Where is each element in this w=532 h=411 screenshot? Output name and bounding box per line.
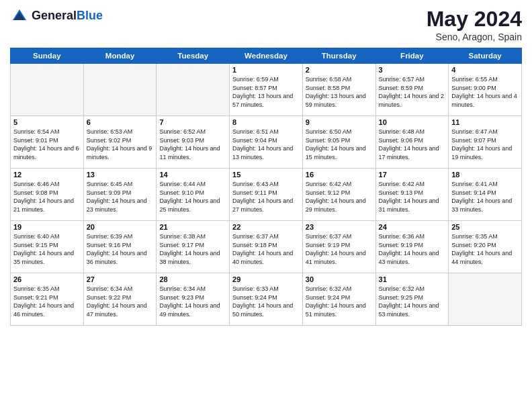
logo: General Blue: [10, 7, 103, 26]
day-info: Sunrise: 6:59 AM Sunset: 8:57 PM Dayligh…: [232, 75, 300, 109]
day-info: Sunrise: 6:35 AM Sunset: 9:21 PM Dayligh…: [13, 285, 81, 318]
day-number: 12: [13, 171, 81, 179]
week-row-4: 26 Sunrise: 6:35 AM Sunset: 9:21 PM Dayl…: [11, 273, 522, 326]
day-cell: 5 Sunrise: 6:54 AM Sunset: 9:01 PM Dayli…: [11, 116, 84, 169]
day-cell: 7 Sunrise: 6:52 AM Sunset: 9:03 PM Dayli…: [157, 116, 230, 169]
day-cell: 13 Sunrise: 6:45 AM Sunset: 9:09 PM Dayl…: [83, 169, 157, 221]
day-info: Sunrise: 6:43 AM Sunset: 9:11 PM Dayligh…: [232, 180, 300, 214]
day-info: Sunrise: 6:37 AM Sunset: 9:18 PM Dayligh…: [232, 232, 300, 266]
day-cell: 8 Sunrise: 6:51 AM Sunset: 9:04 PM Dayli…: [230, 116, 303, 169]
day-cell: 4 Sunrise: 6:55 AM Sunset: 9:00 PM Dayli…: [449, 64, 522, 116]
day-number: 16: [306, 171, 373, 179]
day-cell: 3 Sunrise: 6:57 AM Sunset: 8:59 PM Dayli…: [375, 64, 449, 116]
day-number: 17: [379, 171, 446, 179]
logo-general-text: General: [32, 9, 77, 23]
day-info: Sunrise: 6:32 AM Sunset: 9:25 PM Dayligh…: [379, 285, 446, 318]
day-cell: 28 Sunrise: 6:34 AM Sunset: 9:23 PM Dayl…: [157, 273, 230, 326]
month-year: May 2024: [427, 7, 522, 32]
day-cell: 22 Sunrise: 6:37 AM Sunset: 9:18 PM Dayl…: [230, 221, 303, 273]
day-number: 29: [232, 275, 300, 283]
day-cell: [157, 64, 230, 116]
day-cell: 11 Sunrise: 6:47 AM Sunset: 9:07 PM Dayl…: [449, 116, 522, 169]
day-cell: 31 Sunrise: 6:32 AM Sunset: 9:25 PM Dayl…: [375, 273, 449, 326]
col-tuesday: Tuesday: [157, 48, 230, 64]
day-cell: 20 Sunrise: 6:39 AM Sunset: 9:16 PM Dayl…: [83, 221, 157, 273]
col-saturday: Saturday: [449, 48, 522, 64]
day-cell: 27 Sunrise: 6:34 AM Sunset: 9:22 PM Dayl…: [83, 273, 157, 326]
day-number: 2: [306, 66, 373, 74]
day-number: 10: [379, 118, 446, 126]
day-info: Sunrise: 6:51 AM Sunset: 9:04 PM Dayligh…: [232, 128, 300, 161]
day-number: 20: [87, 223, 154, 231]
day-number: 1: [232, 66, 300, 74]
day-cell: 25 Sunrise: 6:35 AM Sunset: 9:20 PM Dayl…: [449, 221, 522, 273]
day-info: Sunrise: 6:55 AM Sunset: 9:00 PM Dayligh…: [451, 75, 519, 109]
day-number: 7: [159, 118, 226, 126]
day-cell: 10 Sunrise: 6:48 AM Sunset: 9:06 PM Dayl…: [375, 116, 449, 169]
day-cell: 17 Sunrise: 6:42 AM Sunset: 9:13 PM Dayl…: [375, 169, 449, 221]
col-monday: Monday: [83, 48, 157, 64]
day-info: Sunrise: 6:45 AM Sunset: 9:09 PM Dayligh…: [87, 180, 154, 214]
col-wednesday: Wednesday: [230, 48, 303, 64]
day-info: Sunrise: 6:53 AM Sunset: 9:02 PM Dayligh…: [87, 128, 154, 161]
day-cell: 2 Sunrise: 6:58 AM Sunset: 8:58 PM Dayli…: [302, 64, 375, 116]
day-info: Sunrise: 6:34 AM Sunset: 9:22 PM Dayligh…: [87, 285, 154, 318]
location: Seno, Aragon, Spain: [427, 32, 522, 42]
day-cell: 16 Sunrise: 6:42 AM Sunset: 9:12 PM Dayl…: [302, 169, 375, 221]
day-cell: 6 Sunrise: 6:53 AM Sunset: 9:02 PM Dayli…: [83, 116, 157, 169]
day-cell: 9 Sunrise: 6:50 AM Sunset: 9:05 PM Dayli…: [302, 116, 375, 169]
day-cell: 14 Sunrise: 6:44 AM Sunset: 9:10 PM Dayl…: [157, 169, 230, 221]
header: General Blue May 2024 Seno, Aragon, Spai…: [10, 7, 522, 42]
day-info: Sunrise: 6:35 AM Sunset: 9:20 PM Dayligh…: [451, 232, 519, 266]
day-number: 24: [379, 223, 446, 231]
day-info: Sunrise: 6:34 AM Sunset: 9:23 PM Dayligh…: [159, 285, 226, 318]
day-info: Sunrise: 6:36 AM Sunset: 9:19 PM Dayligh…: [379, 232, 446, 266]
day-number: 22: [232, 223, 300, 231]
day-cell: 23 Sunrise: 6:37 AM Sunset: 9:19 PM Dayl…: [302, 221, 375, 273]
day-cell: [449, 273, 522, 326]
day-number: 23: [306, 223, 373, 231]
day-number: 30: [306, 275, 373, 283]
day-cell: 12 Sunrise: 6:46 AM Sunset: 9:08 PM Dayl…: [11, 169, 84, 221]
day-info: Sunrise: 6:47 AM Sunset: 9:07 PM Dayligh…: [451, 128, 519, 161]
day-cell: 26 Sunrise: 6:35 AM Sunset: 9:21 PM Dayl…: [11, 273, 84, 326]
day-cell: [11, 64, 84, 116]
day-cell: [83, 64, 157, 116]
day-number: 19: [13, 223, 81, 231]
day-cell: 21 Sunrise: 6:38 AM Sunset: 9:17 PM Dayl…: [157, 221, 230, 273]
day-number: 3: [379, 66, 446, 74]
day-cell: 30 Sunrise: 6:32 AM Sunset: 9:24 PM Dayl…: [302, 273, 375, 326]
day-number: 8: [232, 118, 300, 126]
day-info: Sunrise: 6:54 AM Sunset: 9:01 PM Dayligh…: [13, 128, 81, 161]
day-info: Sunrise: 6:58 AM Sunset: 8:58 PM Dayligh…: [306, 75, 373, 109]
day-info: Sunrise: 6:57 AM Sunset: 8:59 PM Dayligh…: [379, 75, 446, 109]
logo-icon: [10, 7, 29, 26]
day-number: 26: [13, 275, 81, 283]
day-number: 4: [451, 66, 519, 74]
day-cell: 1 Sunrise: 6:59 AM Sunset: 8:57 PM Dayli…: [230, 64, 303, 116]
day-number: 27: [87, 275, 154, 283]
day-info: Sunrise: 6:48 AM Sunset: 9:06 PM Dayligh…: [379, 128, 446, 161]
day-info: Sunrise: 6:52 AM Sunset: 9:03 PM Dayligh…: [159, 128, 226, 161]
day-info: Sunrise: 6:38 AM Sunset: 9:17 PM Dayligh…: [159, 232, 226, 266]
week-row-1: 5 Sunrise: 6:54 AM Sunset: 9:01 PM Dayli…: [11, 116, 522, 169]
day-info: Sunrise: 6:39 AM Sunset: 9:16 PM Dayligh…: [87, 232, 154, 266]
day-cell: 29 Sunrise: 6:33 AM Sunset: 9:24 PM Dayl…: [230, 273, 303, 326]
day-info: Sunrise: 6:41 AM Sunset: 9:14 PM Dayligh…: [451, 180, 519, 214]
day-number: 18: [451, 171, 519, 179]
title-block: May 2024 Seno, Aragon, Spain: [427, 7, 522, 42]
col-sunday: Sunday: [11, 48, 84, 64]
col-friday: Friday: [375, 48, 449, 64]
day-info: Sunrise: 6:44 AM Sunset: 9:10 PM Dayligh…: [159, 180, 226, 214]
header-row: Sunday Monday Tuesday Wednesday Thursday…: [11, 48, 522, 64]
day-number: 14: [159, 171, 226, 179]
day-number: 25: [451, 223, 519, 231]
day-number: 6: [87, 118, 154, 126]
day-info: Sunrise: 6:46 AM Sunset: 9:08 PM Dayligh…: [13, 180, 81, 214]
day-cell: 15 Sunrise: 6:43 AM Sunset: 9:11 PM Dayl…: [230, 169, 303, 221]
day-info: Sunrise: 6:32 AM Sunset: 9:24 PM Dayligh…: [306, 285, 373, 318]
col-thursday: Thursday: [302, 48, 375, 64]
day-cell: 24 Sunrise: 6:36 AM Sunset: 9:19 PM Dayl…: [375, 221, 449, 273]
day-info: Sunrise: 6:37 AM Sunset: 9:19 PM Dayligh…: [306, 232, 373, 266]
page: General Blue May 2024 Seno, Aragon, Spai…: [0, 0, 532, 411]
